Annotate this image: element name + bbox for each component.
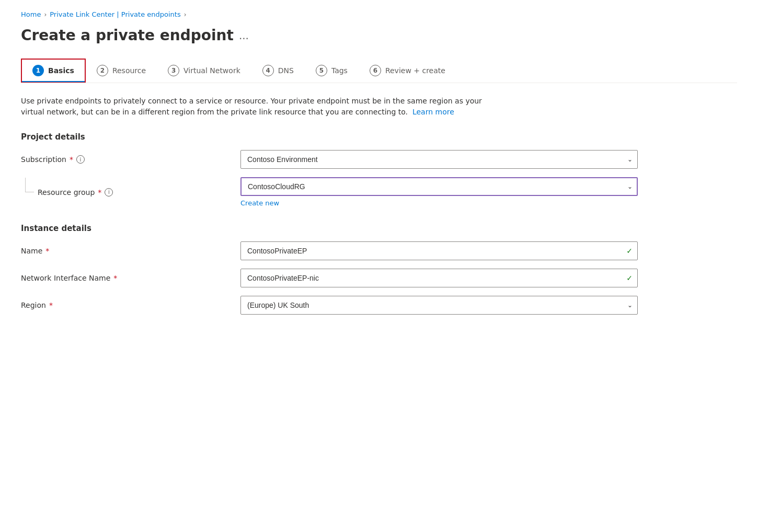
breadcrumb: Home › Private Link Center | Private end… [21, 10, 737, 18]
resource-group-info-icon[interactable]: i [105, 188, 113, 196]
page-title-dots: ... [239, 29, 249, 42]
region-label: Region [21, 301, 46, 309]
network-interface-name-label: Network Interface Name [21, 274, 110, 282]
instance-details-title: Instance details [21, 224, 737, 233]
network-interface-name-control-col: ✓ [240, 269, 638, 287]
name-label: Name [21, 247, 42, 255]
tab-basics[interactable]: 1 Basics [21, 59, 86, 83]
network-interface-name-required: * [113, 274, 117, 282]
tab-tags-label: Tags [331, 66, 348, 75]
tab-resource-number: 2 [97, 65, 108, 76]
subscription-label-col: Subscription * i [21, 155, 240, 164]
instance-details-section: Instance details Name * ✓ Network Interf… [21, 224, 737, 315]
name-required: * [45, 247, 49, 255]
name-label-col: Name * [21, 247, 240, 255]
region-select-wrapper: (Europe) UK South ⌄ [240, 296, 638, 315]
tab-virtual-network-label: Virtual Network [183, 66, 240, 75]
tab-dns[interactable]: 4 DNS [251, 59, 305, 82]
project-details-section: Project details Subscription * i Contoso… [21, 132, 737, 207]
breadcrumb-sep-1: › [44, 11, 47, 18]
breadcrumb-sep-2: › [184, 11, 187, 18]
name-input[interactable] [240, 241, 638, 260]
breadcrumb-home[interactable]: Home [21, 10, 41, 18]
network-interface-name-label-col: Network Interface Name * [21, 274, 240, 282]
name-input-wrapper: ✓ [240, 241, 638, 260]
network-interface-name-input-wrapper: ✓ [240, 269, 638, 287]
breadcrumb-private-link[interactable]: Private Link Center | Private endpoints [50, 10, 180, 18]
resource-group-label: Resource group [38, 188, 95, 196]
name-row: Name * ✓ [21, 241, 737, 260]
tab-basics-number: 1 [32, 65, 44, 76]
tab-dns-label: DNS [278, 66, 294, 75]
region-row: Region * (Europe) UK South ⌄ [21, 296, 737, 315]
name-control-col: ✓ [240, 241, 638, 260]
resource-group-required: * [98, 188, 101, 196]
tab-review-create-label: Review + create [385, 66, 445, 75]
network-interface-name-input[interactable] [240, 269, 638, 287]
resource-group-select-wrapper: ContosoCloudRG ⌄ [240, 177, 638, 196]
subscription-select-wrapper: Contoso Environment ⌄ [240, 150, 638, 169]
tabs-container: 1 Basics 2 Resource 3 Virtual Network 4 … [21, 59, 737, 83]
subscription-label: Subscription [21, 155, 66, 164]
tab-review-create-number: 6 [370, 65, 381, 76]
learn-more-link[interactable]: Learn more [412, 108, 454, 116]
region-select[interactable]: (Europe) UK South [240, 296, 638, 315]
tab-tags[interactable]: 5 Tags [305, 59, 359, 82]
resource-group-row: Resource group * i ContosoCloudRG ⌄ Crea… [21, 177, 737, 207]
region-label-col: Region * [21, 301, 240, 309]
description-text: Use private endpoints to privately conne… [21, 96, 491, 118]
tab-virtual-network[interactable]: 3 Virtual Network [157, 59, 251, 82]
tab-virtual-network-number: 3 [168, 65, 179, 76]
resource-group-control-col: ContosoCloudRG ⌄ Create new [240, 177, 638, 207]
region-control-col: (Europe) UK South ⌄ [240, 296, 638, 315]
subscription-control-col: Contoso Environment ⌄ [240, 150, 638, 169]
region-required: * [49, 301, 53, 309]
subscription-row: Subscription * i Contoso Environment ⌄ [21, 150, 737, 169]
subscription-required: * [70, 155, 73, 164]
project-details-title: Project details [21, 132, 737, 142]
tab-dns-number: 4 [262, 65, 274, 76]
tab-resource-label: Resource [112, 66, 146, 75]
subscription-info-icon[interactable]: i [76, 155, 85, 164]
create-new-link[interactable]: Create new [240, 199, 279, 207]
subscription-select[interactable]: Contoso Environment [240, 150, 638, 169]
tab-review-create[interactable]: 6 Review + create [359, 59, 456, 82]
page-title-container: Create a private endpoint ... [21, 27, 737, 44]
tab-resource[interactable]: 2 Resource [86, 59, 157, 82]
tab-tags-number: 5 [316, 65, 327, 76]
resource-group-label-col: Resource group * i [21, 188, 240, 196]
network-interface-name-row: Network Interface Name * ✓ [21, 269, 737, 287]
resource-group-select[interactable]: ContosoCloudRG [240, 177, 638, 196]
page-title: Create a private endpoint [21, 27, 234, 44]
tab-basics-label: Basics [48, 66, 74, 75]
